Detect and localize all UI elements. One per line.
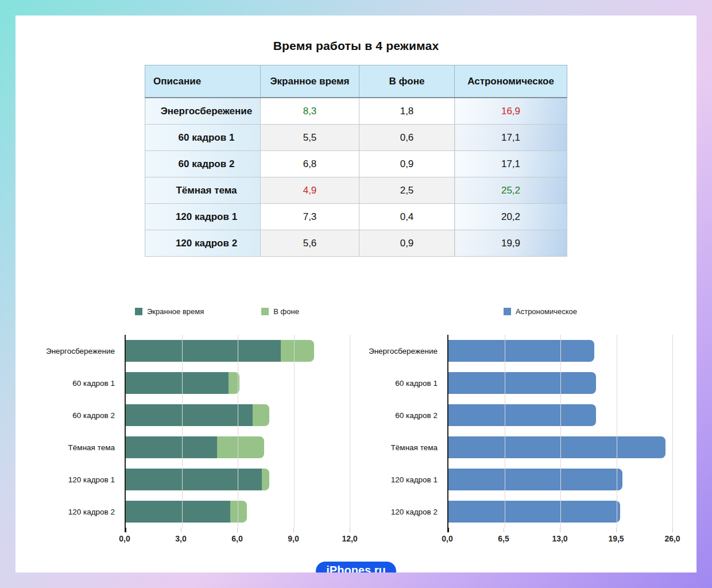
category-label: Тёмная тема <box>367 431 447 463</box>
category-label: 60 кадров 1 <box>367 367 447 399</box>
axis-tick <box>504 528 504 532</box>
bar-chart-astronomical: Астрономическое Энергосбережение60 кадро… <box>367 307 672 546</box>
row-label-cell: Тёмная тема <box>145 177 261 204</box>
astronomical-cell: 16,9 <box>455 98 567 125</box>
astronomical-cell: 19,9 <box>455 230 567 257</box>
bar <box>448 501 620 523</box>
bar <box>448 469 622 490</box>
bar-segment <box>230 501 247 523</box>
row-label-cell: 60 кадров 2 <box>145 151 261 177</box>
axis-tick-label: 6,0 <box>231 534 242 543</box>
bar <box>126 404 269 426</box>
bar-segment <box>126 372 229 394</box>
table-body: Энергосбережение8,31,816,960 кадров 15,5… <box>145 98 567 257</box>
category-label: Энергосбережение <box>38 335 125 367</box>
x-axis: 0,03,06,09,012,0 <box>125 528 350 546</box>
chart-legend: Астрономическое <box>504 307 672 315</box>
legend-label: В фоне <box>273 307 299 316</box>
axis-tick <box>237 528 238 532</box>
modes-table: Описание Экранное время В фоне Астрономи… <box>145 65 567 257</box>
background-cell: 0,4 <box>359 204 455 230</box>
category-labels: Энергосбережение60 кадров 160 кадров 2Тё… <box>38 335 125 546</box>
screen-time-cell: 4,9 <box>261 177 359 204</box>
background-cell: 0,6 <box>359 125 455 151</box>
table-row: 60 кадров 15,50,617,1 <box>145 125 567 151</box>
axis-tick-label: 13,0 <box>552 534 567 543</box>
bar-segment <box>448 436 665 458</box>
legend-item: Экранное время <box>135 307 204 315</box>
content-card: Время работы в 4 режимах Описание Экранн… <box>16 16 696 572</box>
background-cell: 0,9 <box>359 151 455 177</box>
page-title: Время работы в 4 режимах <box>16 39 696 53</box>
axis-tick-label: 26,0 <box>664 534 680 543</box>
bar-segment <box>281 340 314 362</box>
table-header-row: Описание Экранное время В фоне Астрономи… <box>145 65 567 98</box>
iphones-ru-badge[interactable]: iPhones.ru <box>316 562 396 572</box>
axis-tick-label: 0,0 <box>119 534 130 543</box>
table-row: Энергосбережение8,31,816,9 <box>145 98 567 125</box>
gridline <box>294 335 295 528</box>
axis-tick <box>181 528 181 532</box>
category-label: Энергосбережение <box>367 335 447 367</box>
legend-swatch-icon <box>261 308 269 315</box>
bar-segment <box>126 469 262 490</box>
axis-tick <box>616 528 617 532</box>
bar-segment <box>217 436 264 458</box>
chart-legend: Экранное времяВ фоне <box>135 307 350 315</box>
row-label-cell: 120 кадров 1 <box>145 204 261 230</box>
axis-tick-label: 3,0 <box>175 534 186 543</box>
bar-segment <box>448 469 622 490</box>
screen-time-cell: 7,3 <box>261 204 359 230</box>
bar-segment <box>126 404 253 426</box>
column-header-astronomical: Астрономическое <box>455 65 567 98</box>
screen-time-cell: 8,3 <box>261 98 359 125</box>
category-label: 120 кадров 1 <box>38 463 125 496</box>
axis-tick <box>293 528 294 532</box>
axis-tick-label: 12,0 <box>342 534 357 543</box>
charts-section: Экранное времяВ фоне Энергосбережение60 … <box>16 307 696 546</box>
axis-tick-label: 19,5 <box>608 534 624 543</box>
bar <box>126 501 247 523</box>
gridline <box>672 335 673 528</box>
column-header-screen-time: Экранное время <box>261 65 359 98</box>
legend-label: Астрономическое <box>516 307 577 316</box>
bar <box>448 436 665 458</box>
category-label: 60 кадров 2 <box>367 399 447 431</box>
axis-tick <box>560 528 560 532</box>
astronomical-cell: 25,2 <box>455 177 567 204</box>
legend-item: В фоне <box>261 307 299 315</box>
axis-tick-label: 9,0 <box>288 534 299 543</box>
bar-segment <box>448 372 596 394</box>
screen-time-cell: 6,8 <box>261 151 359 177</box>
row-label-cell: 60 кадров 1 <box>145 125 261 151</box>
column-header-description: Описание <box>145 65 261 98</box>
column-header-background: В фоне <box>359 65 455 98</box>
x-axis: 0,06,513,019,526,0 <box>447 528 672 546</box>
legend-swatch-icon <box>135 308 142 315</box>
bar <box>448 372 596 394</box>
background-cell: 2,5 <box>359 177 455 204</box>
astronomical-cell: 20,2 <box>455 204 567 230</box>
axis-tick <box>350 528 350 532</box>
category-label: 60 кадров 1 <box>38 367 125 399</box>
category-label: 120 кадров 2 <box>38 496 125 528</box>
gridline <box>350 335 350 528</box>
axis-tick-label: 0,0 <box>442 534 452 543</box>
bar-segment <box>126 340 281 362</box>
screen-time-cell: 5,6 <box>261 230 359 257</box>
bar <box>448 404 596 426</box>
gridline <box>505 335 505 528</box>
legend-label: Экранное время <box>147 307 204 316</box>
category-label: Тёмная тема <box>38 431 125 463</box>
bar <box>448 340 594 362</box>
plot-area <box>447 335 672 528</box>
stacked-bar-chart-screen-time: Экранное времяВ фоне Энергосбережение60 … <box>38 307 350 546</box>
axis-tick-label: 6,5 <box>498 534 509 543</box>
axis-tick <box>447 528 449 532</box>
bar-segment <box>262 469 269 490</box>
background-cell: 1,8 <box>359 98 455 125</box>
plot-area <box>125 335 350 528</box>
category-label: 120 кадров 1 <box>367 463 447 496</box>
row-label-cell: 120 кадров 2 <box>145 230 261 257</box>
gridline <box>182 335 183 528</box>
